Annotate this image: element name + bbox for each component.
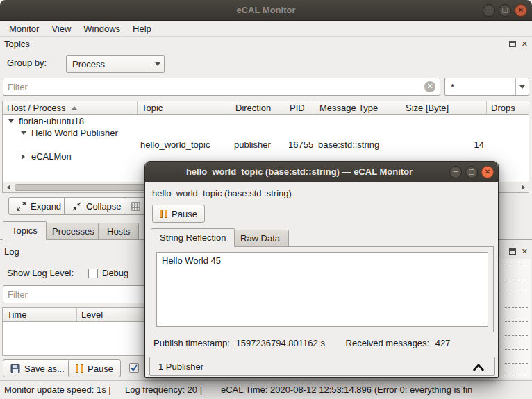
process-label: Hello World Publisher	[31, 127, 118, 139]
menu-help[interactable]: Help	[126, 21, 158, 37]
sort-ascending-icon	[72, 106, 77, 110]
ecal-monitor-window: eCAL Monitor ─ ▢ ✕ Monitor View Windows …	[0, 0, 532, 399]
debug-label: Debug	[102, 268, 128, 278]
log-panel-title: Log	[4, 246, 19, 257]
close-panel-icon[interactable]: ✕	[522, 248, 528, 255]
menu-windows[interactable]: Windows	[77, 21, 126, 37]
collapse-section-button[interactable]	[468, 359, 489, 375]
minimize-icon[interactable]: ─	[449, 166, 462, 178]
maximize-icon[interactable]: ▢	[499, 4, 511, 17]
publish-timestamp-label: Publish timestamp:	[153, 338, 230, 348]
collapse-button[interactable]: Collapse	[64, 197, 129, 215]
clear-filter-icon[interactable]: ✕	[424, 81, 435, 92]
save-icon	[10, 364, 20, 373]
tab-processes[interactable]: Processes	[43, 223, 103, 240]
chevron-up-icon	[472, 363, 485, 372]
publish-timestamp-value: 1597236794.801162 s	[235, 338, 324, 348]
show-log-level-label: Show Log Level:	[7, 268, 74, 278]
expand-button[interactable]: Expand	[8, 197, 69, 215]
scroll-left-icon[interactable]	[3, 182, 14, 192]
menu-monitor[interactable]: Monitor	[3, 21, 45, 37]
status-log-frequency: Log frequency: 20 |	[125, 381, 202, 399]
maximize-icon[interactable]: ▢	[465, 166, 478, 178]
group-by-label: Group by:	[7, 58, 47, 68]
scroll-right-icon[interactable]	[517, 182, 529, 192]
pause-icon	[76, 364, 83, 373]
group-by-value: Process	[72, 59, 105, 69]
column-host-process[interactable]: Host / Process	[3, 101, 138, 114]
status-bar: Monitor update speed: 1s | Log frequency…	[0, 380, 532, 399]
tab-string-reflection[interactable]: String Reflection	[151, 228, 235, 247]
minimize-icon[interactable]: ─	[483, 4, 495, 17]
dialog-pause-button[interactable]: Pause	[152, 205, 205, 223]
tab-topics[interactable]: Topics	[3, 221, 47, 240]
grid-icon	[131, 202, 140, 211]
pause-icon	[160, 210, 167, 218]
float-panel-icon[interactable]	[509, 248, 516, 255]
message-content-area[interactable]: Hello World 45	[156, 252, 488, 327]
chevron-down-icon	[515, 78, 529, 95]
topic-pattern-value: *	[451, 82, 454, 92]
topics-panel-header: Topics ✕	[0, 37, 532, 51]
chevron-down-icon	[151, 56, 164, 72]
checked-checkbox[interactable]	[129, 363, 139, 373]
cell-size: 14	[401, 139, 484, 151]
dialog-title: hello_world_topic (base:std::string) — e…	[145, 162, 498, 182]
dialog-titlebar: hello_world_topic (base:std::string) — e…	[145, 162, 498, 182]
publisher-summary-bar: 1 Publisher	[149, 357, 495, 376]
expanded-arrow-icon[interactable]	[8, 119, 14, 123]
tab-raw-data[interactable]: Raw Data	[231, 230, 289, 247]
collapsed-arrow-icon[interactable]	[22, 154, 25, 160]
close-icon[interactable]: ✕	[481, 166, 494, 178]
cell-topic: hello_world_topic	[140, 139, 210, 151]
status-ecal-time: eCAL Time: 2020-08-12 12:53:14.896 (Erro…	[221, 381, 472, 399]
column-drops[interactable]: Drops	[487, 101, 529, 114]
tab-hosts[interactable]: Hosts	[98, 223, 139, 240]
float-panel-icon[interactable]	[509, 41, 516, 47]
status-update-speed: Monitor update speed: 1s |	[4, 381, 111, 399]
window-title: eCAL Monitor	[0, 0, 532, 21]
column-time[interactable]: Time	[3, 308, 77, 321]
check-icon	[130, 364, 138, 372]
message-text: Hello World 45	[162, 255, 221, 266]
log-pause-button[interactable]: Pause	[68, 359, 121, 377]
close-panel-icon[interactable]: ✕	[522, 40, 528, 48]
save-as-button[interactable]: Save as...	[3, 359, 72, 377]
cell-direction: publisher	[234, 139, 271, 151]
topics-panel-title: Topics	[4, 39, 30, 49]
received-messages-value: 427	[435, 338, 451, 348]
process-label: eCALMon	[31, 151, 72, 162]
topics-filter-input[interactable]	[8, 82, 424, 92]
publisher-summary-label: 1 Publisher	[158, 362, 203, 372]
column-message-type[interactable]: Message Type	[315, 101, 401, 114]
expanded-arrow-icon[interactable]	[21, 131, 26, 135]
dialog-heading: hello_world_topic (base:std::string)	[152, 188, 292, 198]
tree-row-process[interactable]: Hello World Publisher	[3, 127, 529, 139]
collapse-icon	[72, 201, 82, 212]
tree-row-host[interactable]: florian-ubuntu18	[3, 115, 529, 127]
cell-pid: 16755	[288, 139, 313, 151]
main-titlebar: eCAL Monitor ─ ▢ ✕	[0, 0, 532, 21]
column-size[interactable]: Size [Byte]	[401, 101, 487, 114]
debug-checkbox[interactable]	[88, 269, 98, 278]
group-by-select[interactable]: Process	[66, 55, 165, 73]
column-pid[interactable]: PID	[285, 101, 315, 114]
column-level[interactable]: Level	[77, 308, 148, 321]
received-messages-label: Received messages:	[346, 338, 430, 348]
topic-pattern-combo[interactable]: *	[444, 78, 529, 96]
host-label: florian-ubuntu18	[19, 115, 84, 127]
topic-reflection-dialog: hello_world_topic (base:std::string) — e…	[144, 161, 499, 378]
column-topic[interactable]: Topic	[138, 101, 231, 114]
column-direction[interactable]: Direction	[231, 101, 285, 114]
reflection-pane: Hello World 45	[151, 246, 494, 332]
expand-icon	[16, 201, 26, 212]
menu-view[interactable]: View	[45, 21, 77, 37]
menu-bar: Monitor View Windows Help	[0, 21, 532, 37]
dialog-status-row: Publish timestamp: 1597236794.801162 s R…	[153, 338, 451, 348]
cell-message-type: base:std::string	[318, 139, 379, 151]
right-clipped-panel	[499, 259, 531, 378]
topic-row[interactable]: hello_world_topic publisher 16755 base:s…	[3, 139, 529, 151]
topics-filter-box: ✕	[3, 78, 440, 96]
close-icon[interactable]: ✕	[515, 4, 527, 17]
